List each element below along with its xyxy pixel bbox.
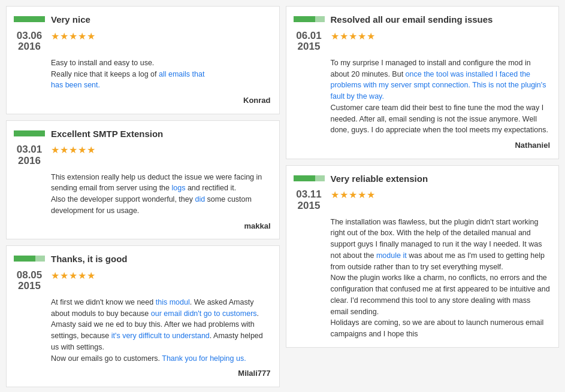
rating-bar <box>14 256 45 262</box>
date-year: 2015 <box>294 41 325 53</box>
date-month: 03.06 <box>14 31 45 42</box>
review-body: At first we didn't know we need this mod… <box>51 297 271 379</box>
review-title: Resolved all our email sending issues <box>331 14 493 26</box>
highlight-text: all emails thathas been sent. <box>51 70 204 90</box>
reviewer-name: Konrad <box>51 95 271 107</box>
stars-rating: ★★★★★ <box>331 189 376 200</box>
highlight-text: it's very difficult to understand <box>111 332 210 340</box>
date-block: 03.11 2015 <box>294 189 325 211</box>
date-block: 08.05 2015 <box>14 270 45 292</box>
date-month: 03.01 <box>14 144 45 156</box>
review-title: Thanks, it is good <box>51 253 128 265</box>
stars: ★★★★★ <box>51 31 96 41</box>
stars-rating: ★★★★★ <box>51 31 96 42</box>
review-header: Very nice <box>14 14 271 26</box>
review-body: To my surprise I managed to install and … <box>331 57 551 151</box>
stars: ★★★★★ <box>51 145 96 155</box>
right-column: Resolved all our email sending issues 06… <box>286 6 560 387</box>
highlight-text: Thank you for helping us. <box>162 354 246 363</box>
highlight-text: this modul <box>156 298 190 306</box>
rating-bar <box>14 16 45 22</box>
date-year: 2015 <box>14 281 45 292</box>
review-title: Very reliable extension <box>331 173 428 185</box>
stars: ★★★★★ <box>331 190 376 200</box>
date-block: 06.01 2015 <box>294 31 325 53</box>
highlight-text: logs <box>171 184 185 192</box>
review-card: Very nice 03.06 2016 ★★★★★ Easy to insta… <box>6 6 280 114</box>
stars: ★★★★★ <box>51 271 96 281</box>
highlight-text: module it <box>376 251 407 260</box>
review-card: Excellent SMTP Extension 03.01 2016 ★★★★… <box>6 120 280 239</box>
date-block: 03.01 2016 <box>14 144 45 166</box>
reviews-grid: Very nice 03.06 2016 ★★★★★ Easy to insta… <box>6 6 559 387</box>
date-rating-block: 08.05 2015 ★★★★★ <box>14 270 271 292</box>
stars-rating: ★★★★★ <box>51 270 96 281</box>
review-body: The installation was flawless, but the p… <box>331 217 551 340</box>
date-year: 2016 <box>14 156 45 167</box>
highlight-text: our email didn't go to customers <box>151 309 257 318</box>
rating-bar <box>14 130 45 136</box>
date-month: 06.01 <box>294 31 325 42</box>
review-card: Resolved all our email sending issues 06… <box>286 6 560 159</box>
left-column: Very nice 03.06 2016 ★★★★★ Easy to insta… <box>6 6 280 387</box>
review-card: Very reliable extension 03.11 2015 ★★★★★… <box>286 165 560 348</box>
date-month: 03.11 <box>294 189 325 200</box>
rating-bar <box>294 16 325 22</box>
highlight-text: did <box>195 195 205 203</box>
review-header: Thanks, it is good <box>14 253 271 265</box>
date-year: 2015 <box>294 200 325 212</box>
date-year: 2016 <box>14 41 45 53</box>
review-body: Easy to install and easy to use. Really … <box>51 57 271 107</box>
date-rating-block: 03.06 2016 ★★★★★ <box>14 31 271 53</box>
review-header: Excellent SMTP Extension <box>14 128 271 140</box>
date-block: 03.06 2016 <box>14 31 45 53</box>
reviewer-name: makkal <box>51 220 271 232</box>
stars-rating: ★★★★★ <box>51 144 96 156</box>
stars-rating: ★★★★★ <box>331 31 376 42</box>
reviewer-name: Milali777 <box>51 367 271 379</box>
date-rating-block: 06.01 2015 ★★★★★ <box>294 31 551 53</box>
review-title: Very nice <box>51 14 90 26</box>
date-month: 08.05 <box>14 270 45 281</box>
highlight-text: once the tool was installed I faced the … <box>331 70 546 101</box>
review-body: This extension really help us deduct the… <box>51 172 271 232</box>
review-header: Very reliable extension <box>294 173 551 185</box>
review-title: Excellent SMTP Extension <box>51 128 163 140</box>
rating-bar <box>294 175 325 181</box>
review-header: Resolved all our email sending issues <box>294 14 551 26</box>
review-card: Thanks, it is good 08.05 2015 ★★★★★ At f… <box>6 245 280 387</box>
date-rating-block: 03.01 2016 ★★★★★ <box>14 144 271 166</box>
reviewer-name: Nathaniel <box>331 139 551 151</box>
stars: ★★★★★ <box>331 31 376 41</box>
date-rating-block: 03.11 2015 ★★★★★ <box>294 189 551 211</box>
